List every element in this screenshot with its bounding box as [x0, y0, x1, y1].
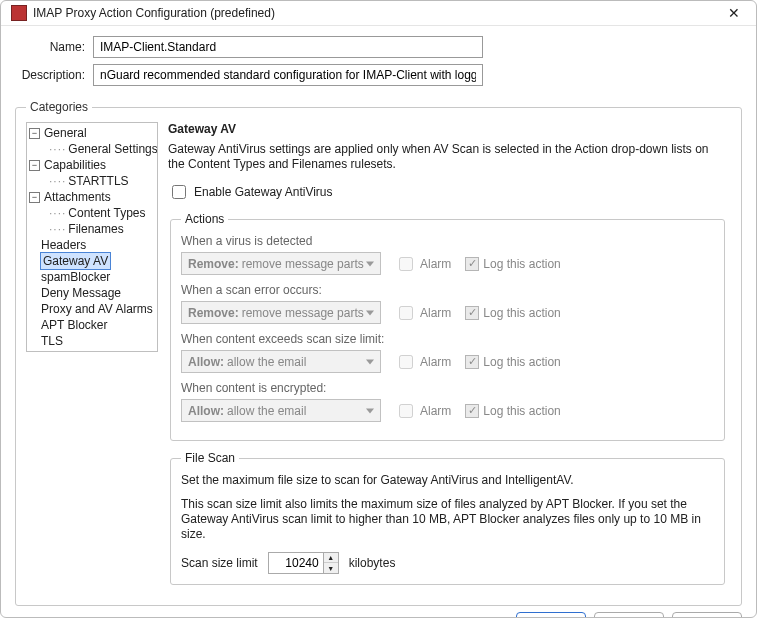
- description-field[interactable]: [93, 64, 483, 86]
- actions-fieldset: Actions When a virus is detectedRemove:r…: [170, 212, 725, 441]
- dialog-footer: OK Cancel Help: [1, 612, 756, 618]
- action-select[interactable]: Allow:allow the email: [181, 399, 381, 422]
- description-label: Description:: [15, 68, 85, 82]
- alarm-option[interactable]: Alarm: [395, 303, 451, 323]
- log-checkbox[interactable]: ✓: [465, 355, 479, 369]
- tree-branch-icon: ····: [49, 205, 66, 221]
- tree-label: General: [44, 125, 87, 141]
- log-checkbox[interactable]: ✓: [465, 404, 479, 418]
- tree-label: APT Blocker: [41, 317, 107, 333]
- tree-branch-icon: ····: [49, 141, 66, 157]
- filescan-line2: This scan size limit also limits the max…: [181, 497, 714, 542]
- scan-size-input[interactable]: [269, 553, 323, 573]
- scan-size-unit: kilobytes: [349, 556, 396, 570]
- scan-size-spinner[interactable]: ▲ ▼: [268, 552, 339, 574]
- name-label: Name:: [15, 40, 85, 54]
- alarm-option[interactable]: Alarm: [395, 401, 451, 421]
- log-checkbox[interactable]: ✓: [465, 306, 479, 320]
- enable-gateway-av-label: Enable Gateway AntiVirus: [194, 185, 333, 199]
- tree-label: General Settings: [68, 141, 157, 157]
- gateway-av-panel: Gateway AV Gateway AntiVirus settings ar…: [168, 122, 731, 595]
- tree-node-spamblocker[interactable]: spamBlocker: [27, 269, 157, 285]
- filescan-fieldset: File Scan Set the maximum file size to s…: [170, 451, 725, 585]
- action-question: When content exceeds scan size limit:: [181, 332, 714, 346]
- chevron-down-icon: [366, 359, 374, 364]
- spinner-up-icon[interactable]: ▲: [324, 553, 338, 563]
- window: IMAP Proxy Action Configuration (predefi…: [0, 0, 757, 618]
- tree-label: Attachments: [44, 189, 111, 205]
- categories-fieldset: Categories −General····General Settings−…: [15, 100, 742, 606]
- tree-node-apt-blocker[interactable]: APT Blocker: [27, 317, 157, 333]
- alarm-checkbox[interactable]: [399, 404, 413, 418]
- tree-label: Capabilities: [44, 157, 106, 173]
- tree-label: Proxy and AV Alarms: [41, 301, 153, 317]
- tree-label: Filenames: [68, 221, 123, 237]
- action-question: When a virus is detected: [181, 234, 714, 248]
- titlebar: IMAP Proxy Action Configuration (predefi…: [1, 1, 756, 26]
- close-icon[interactable]: ✕: [722, 1, 746, 25]
- name-field[interactable]: [93, 36, 483, 58]
- log-option[interactable]: ✓Log this action: [465, 257, 560, 271]
- tree-node-proxy-and-av-alarms[interactable]: Proxy and AV Alarms: [27, 301, 157, 317]
- tree-node-capabilities[interactable]: −Capabilities: [27, 157, 157, 173]
- filescan-line1: Set the maximum file size to scan for Ga…: [181, 473, 714, 487]
- tree-node-filenames[interactable]: ····Filenames: [27, 221, 157, 237]
- log-option[interactable]: ✓Log this action: [465, 306, 560, 320]
- app-icon: [11, 5, 27, 21]
- dialog-body: Name: Description: Categories −General··…: [1, 26, 756, 612]
- action-block-1: When a scan error occurs:Remove:remove m…: [181, 283, 714, 324]
- tree-label: Gateway AV: [41, 253, 110, 269]
- tree-branch-icon: ····: [49, 173, 66, 189]
- chevron-down-icon: [366, 408, 374, 413]
- help-button[interactable]: Help: [672, 612, 742, 618]
- log-checkbox[interactable]: ✓: [465, 257, 479, 271]
- chevron-down-icon: [366, 310, 374, 315]
- filescan-legend: File Scan: [181, 451, 239, 465]
- tree-node-gateway-av[interactable]: Gateway AV: [27, 253, 157, 269]
- tree-node-general-settings[interactable]: ····General Settings: [27, 141, 157, 157]
- scan-size-label: Scan size limit: [181, 556, 258, 570]
- tree-node-headers[interactable]: Headers: [27, 237, 157, 253]
- tree-node-starttls[interactable]: ····STARTTLS: [27, 173, 157, 189]
- action-block-2: When content exceeds scan size limit:All…: [181, 332, 714, 373]
- alarm-option[interactable]: Alarm: [395, 254, 451, 274]
- tree-node-attachments[interactable]: −Attachments: [27, 189, 157, 205]
- chevron-down-icon: [366, 261, 374, 266]
- tree-label: Headers: [41, 237, 86, 253]
- alarm-checkbox[interactable]: [399, 355, 413, 369]
- action-block-0: When a virus is detectedRemove:remove me…: [181, 234, 714, 275]
- tree-node-deny-message[interactable]: Deny Message: [27, 285, 157, 301]
- action-question: When content is encrypted:: [181, 381, 714, 395]
- action-select[interactable]: Remove:remove message parts: [181, 301, 381, 324]
- expand-toggle-icon[interactable]: −: [29, 160, 40, 171]
- tree-label: TLS: [41, 333, 63, 349]
- cancel-button[interactable]: Cancel: [594, 612, 664, 618]
- tree-node-general[interactable]: −General: [27, 125, 157, 141]
- tree-label: Deny Message: [41, 285, 121, 301]
- expand-toggle-icon[interactable]: −: [29, 192, 40, 203]
- tree-node-tls[interactable]: TLS: [27, 333, 157, 349]
- tree-label: STARTTLS: [68, 173, 128, 189]
- tree-branch-icon: ····: [49, 221, 66, 237]
- spinner-down-icon[interactable]: ▼: [324, 563, 338, 573]
- alarm-checkbox[interactable]: [399, 306, 413, 320]
- tree-node-content-types[interactable]: ····Content Types: [27, 205, 157, 221]
- ok-button[interactable]: OK: [516, 612, 586, 618]
- categories-tree[interactable]: −General····General Settings−Capabilitie…: [26, 122, 158, 352]
- action-select[interactable]: Allow:allow the email: [181, 350, 381, 373]
- log-option[interactable]: ✓Log this action: [465, 404, 560, 418]
- tree-label: spamBlocker: [41, 269, 110, 285]
- actions-legend: Actions: [181, 212, 228, 226]
- alarm-checkbox[interactable]: [399, 257, 413, 271]
- action-question: When a scan error occurs:: [181, 283, 714, 297]
- log-option[interactable]: ✓Log this action: [465, 355, 560, 369]
- action-select[interactable]: Remove:remove message parts: [181, 252, 381, 275]
- panel-description: Gateway AntiVirus settings are applied o…: [168, 142, 727, 172]
- categories-legend: Categories: [26, 100, 92, 114]
- panel-heading: Gateway AV: [168, 122, 727, 136]
- expand-toggle-icon[interactable]: −: [29, 128, 40, 139]
- alarm-option[interactable]: Alarm: [395, 352, 451, 372]
- enable-gateway-av-checkbox[interactable]: [172, 185, 186, 199]
- enable-gateway-av-row: Enable Gateway AntiVirus: [168, 182, 727, 202]
- tree-label: Content Types: [68, 205, 145, 221]
